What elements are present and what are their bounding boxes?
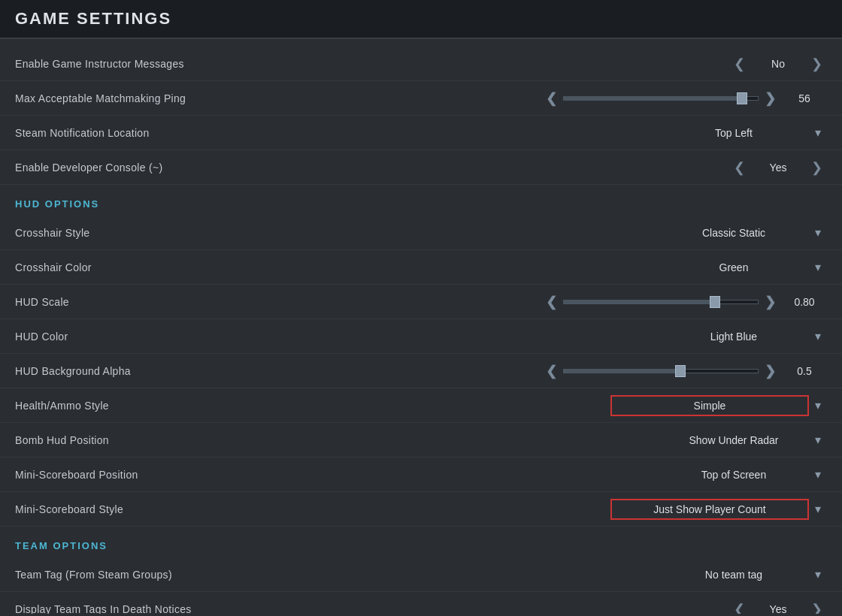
arrow-left-btn[interactable]: ❮ [729, 599, 750, 614]
setting-value: 0.5 [782, 365, 827, 377]
setting-row-hud-bg-alpha: HUD Background Alpha ❮ ❯ 0.5 [0, 354, 842, 388]
arrow-right-btn[interactable]: ❯ [807, 54, 827, 74]
dropdown-value: Classic Static [659, 224, 809, 242]
setting-row-health-ammo: Health/Ammo Style Simple ▾ [0, 388, 842, 423]
setting-row-dev-console: Enable Developer Console (~) ❮ Yes ❯ [0, 150, 842, 185]
dropdown-arrow-icon[interactable]: ▾ [809, 222, 827, 243]
setting-value: 0.80 [782, 296, 827, 308]
page-header: GAME SETTINGS [0, 0, 842, 39]
dropdown-arrow-icon[interactable]: ▾ [809, 464, 827, 485]
setting-control: Top Left ▾ [301, 122, 827, 143]
dropdown-arrow-icon[interactable]: ▾ [809, 499, 827, 519]
setting-control: Green ▾ [301, 257, 827, 277]
setting-label: Team Tag (From Steam Groups) [15, 569, 301, 581]
slider-track[interactable] [563, 96, 759, 101]
setting-label: Mini-Scoreboard Style [15, 503, 301, 515]
setting-control: Classic Static ▾ [301, 222, 827, 243]
slider-thumb[interactable] [710, 296, 720, 308]
arrow-left-btn[interactable]: ❮ [729, 54, 750, 74]
setting-control: ❮ ❯ 56 [301, 90, 827, 107]
dropdown-arrow-icon[interactable]: ▾ [809, 257, 827, 277]
settings-container: Enable Game Instructor Messages ❮ No ❯ M… [0, 39, 842, 614]
setting-label: Display Team Tags In Death Notices [15, 603, 301, 614]
slider-right-bracket: ❯ [765, 363, 776, 379]
page-title: GAME SETTINGS [15, 9, 827, 29]
slider-right-bracket: ❯ [765, 294, 776, 310]
mini-scoreboard-dropdown-highlighted[interactable]: Just Show Player Count [610, 499, 809, 520]
setting-value: 56 [782, 92, 827, 104]
setting-row-bomb-hud: Bomb Hud Position Show Under Radar ▾ [0, 423, 842, 457]
setting-row-team-tag: Team Tag (From Steam Groups) No team tag… [0, 557, 842, 592]
setting-control: ❮ Yes ❯ [301, 599, 827, 614]
slider-track[interactable] [563, 369, 759, 373]
slider-left-bracket: ❮ [546, 363, 557, 379]
slider-thumb[interactable] [675, 365, 686, 377]
setting-control: ❮ No ❯ [301, 54, 827, 74]
arrow-left-btn[interactable]: ❮ [729, 158, 750, 177]
slider-fill [564, 300, 715, 303]
dropdown-value: Green [659, 258, 809, 276]
dropdown-value: Just Show Player Count [612, 500, 807, 518]
setting-label: Health/Ammo Style [15, 400, 301, 412]
setting-label: HUD Color [15, 331, 301, 343]
dropdown-arrow-icon[interactable]: ▾ [809, 395, 827, 415]
setting-label: Steam Notification Location [15, 127, 301, 139]
dropdown-arrow-icon[interactable]: ▾ [809, 430, 827, 450]
setting-label: Enable Developer Console (~) [15, 162, 301, 174]
setting-control: Top of Screen ▾ [301, 464, 827, 485]
setting-control: Show Under Radar ▾ [301, 430, 827, 450]
setting-value: No [756, 58, 801, 70]
setting-row-crosshair-color: Crosshair Color Green ▾ [0, 250, 842, 285]
page-container: GAME SETTINGS Enable Game Instructor Mes… [0, 0, 842, 614]
setting-label: HUD Scale [15, 296, 301, 308]
setting-row-hud-scale: HUD Scale ❮ ❯ 0.80 [0, 285, 842, 319]
dropdown-value: Light Blue [659, 328, 809, 346]
arrow-right-btn[interactable]: ❯ [807, 158, 827, 177]
dropdown-arrow-icon[interactable]: ▾ [809, 326, 827, 346]
setting-control: ❮ ❯ 0.80 [301, 294, 827, 310]
setting-label: Crosshair Color [15, 261, 301, 273]
slider-fill [564, 370, 680, 373]
setting-label: Bomb Hud Position [15, 434, 301, 446]
setting-row-hud-color: HUD Color Light Blue ▾ [0, 319, 842, 354]
setting-label: Crosshair Style [15, 227, 301, 239]
hud-options-header: HUD OPTIONS [0, 185, 842, 216]
setting-label: HUD Background Alpha [15, 365, 301, 377]
setting-label: Mini-Scoreboard Position [15, 469, 301, 481]
setting-control: Light Blue ▾ [301, 326, 827, 346]
setting-control: Simple ▾ [301, 395, 827, 416]
setting-row-mini-scoreboard-style: Mini-Scoreboard Style Just Show Player C… [0, 492, 842, 527]
slider-left-bracket: ❮ [546, 294, 557, 310]
setting-label: Enable Game Instructor Messages [15, 58, 301, 70]
health-ammo-dropdown-highlighted[interactable]: Simple [610, 395, 809, 416]
setting-value: Yes [756, 603, 801, 614]
slider-right-bracket: ❯ [765, 90, 776, 107]
dropdown-value: Simple [612, 397, 807, 415]
setting-row-enable-instructor: Enable Game Instructor Messages ❮ No ❯ [0, 47, 842, 81]
setting-control: Just Show Player Count ▾ [301, 499, 827, 520]
dropdown-value: No team tag [659, 566, 809, 584]
setting-control: No team tag ▾ [301, 564, 827, 584]
dropdown-value: Show Under Radar [659, 431, 809, 449]
setting-label: Max Acceptable Matchmaking Ping [15, 92, 301, 104]
dropdown-value: Top Left [659, 124, 809, 142]
slider-track[interactable] [563, 300, 759, 304]
slider-left-bracket: ❮ [546, 90, 557, 107]
dropdown-arrow-icon[interactable]: ▾ [809, 564, 827, 584]
setting-row-display-team-tags: Display Team Tags In Death Notices ❮ Yes… [0, 592, 842, 614]
setting-value: Yes [756, 162, 801, 174]
team-options-header: TEAM OPTIONS [0, 527, 842, 557]
setting-control: ❮ ❯ 0.5 [301, 363, 827, 379]
setting-row-crosshair-style: Crosshair Style Classic Static ▾ [0, 216, 842, 250]
dropdown-value: Top of Screen [659, 466, 809, 484]
setting-row-mini-scoreboard-pos: Mini-Scoreboard Position Top of Screen ▾ [0, 457, 842, 492]
arrow-right-btn[interactable]: ❯ [807, 599, 827, 614]
setting-control: ❮ Yes ❯ [301, 158, 827, 177]
slider-fill [564, 97, 742, 100]
setting-row-steam-notification: Steam Notification Location Top Left ▾ [0, 116, 842, 150]
slider-thumb[interactable] [737, 92, 747, 104]
dropdown-arrow-icon[interactable]: ▾ [809, 122, 827, 143]
setting-row-ping: Max Acceptable Matchmaking Ping ❮ ❯ 56 [0, 81, 842, 116]
